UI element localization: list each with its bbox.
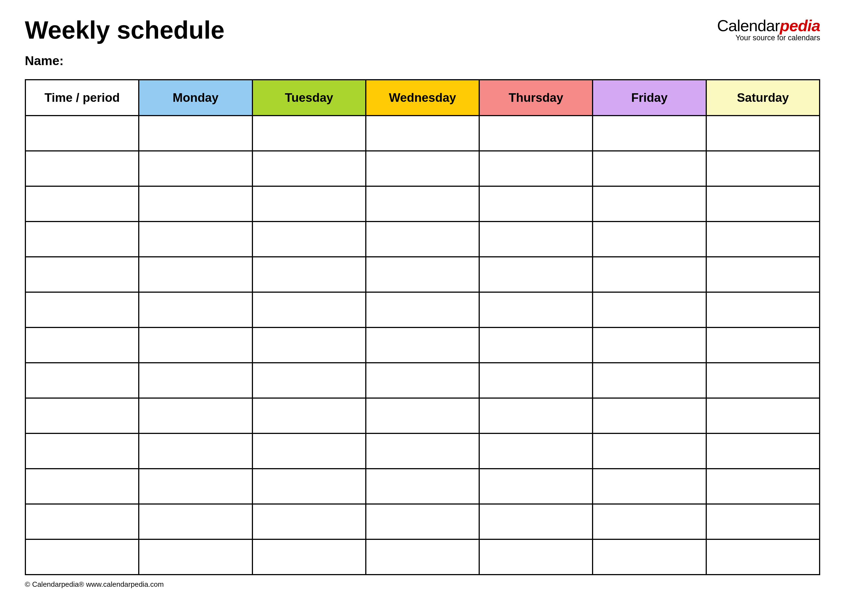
table-cell[interactable] bbox=[25, 292, 139, 327]
table-cell[interactable] bbox=[706, 539, 820, 575]
schedule-table: Time / periodMondayTuesdayWednesdayThurs… bbox=[25, 79, 820, 575]
table-cell[interactable] bbox=[25, 363, 139, 398]
table-cell[interactable] bbox=[366, 257, 479, 292]
table-cell[interactable] bbox=[366, 539, 479, 575]
table-cell[interactable] bbox=[479, 116, 593, 151]
table-cell[interactable] bbox=[593, 504, 706, 539]
table-cell[interactable] bbox=[25, 186, 139, 221]
table-cell[interactable] bbox=[593, 186, 706, 221]
table-cell[interactable] bbox=[252, 292, 366, 327]
table-cell[interactable] bbox=[706, 116, 820, 151]
table-cell[interactable] bbox=[706, 433, 820, 469]
column-header-tuesday: Tuesday bbox=[252, 80, 366, 116]
table-cell[interactable] bbox=[25, 221, 139, 257]
table-cell[interactable] bbox=[479, 469, 593, 504]
table-cell[interactable] bbox=[479, 186, 593, 221]
table-cell[interactable] bbox=[366, 433, 479, 469]
table-row bbox=[25, 292, 820, 327]
table-cell[interactable] bbox=[139, 151, 252, 186]
table-cell[interactable] bbox=[252, 539, 366, 575]
table-cell[interactable] bbox=[139, 398, 252, 433]
table-cell[interactable] bbox=[252, 151, 366, 186]
table-cell[interactable] bbox=[252, 504, 366, 539]
table-cell[interactable] bbox=[139, 504, 252, 539]
table-cell[interactable] bbox=[252, 469, 366, 504]
table-cell[interactable] bbox=[593, 398, 706, 433]
table-cell[interactable] bbox=[593, 292, 706, 327]
table-cell[interactable] bbox=[25, 504, 139, 539]
table-cell[interactable] bbox=[593, 327, 706, 363]
table-cell[interactable] bbox=[593, 433, 706, 469]
table-cell[interactable] bbox=[366, 221, 479, 257]
table-cell[interactable] bbox=[139, 116, 252, 151]
table-cell[interactable] bbox=[25, 433, 139, 469]
table-cell[interactable] bbox=[252, 257, 366, 292]
table-cell[interactable] bbox=[593, 363, 706, 398]
table-cell[interactable] bbox=[479, 363, 593, 398]
table-cell[interactable] bbox=[479, 539, 593, 575]
column-header-friday: Friday bbox=[593, 80, 706, 116]
table-cell[interactable] bbox=[139, 257, 252, 292]
table-cell[interactable] bbox=[479, 398, 593, 433]
table-cell[interactable] bbox=[25, 257, 139, 292]
table-cell[interactable] bbox=[706, 504, 820, 539]
table-cell[interactable] bbox=[366, 292, 479, 327]
table-cell[interactable] bbox=[252, 186, 366, 221]
table-cell[interactable] bbox=[139, 186, 252, 221]
table-cell[interactable] bbox=[706, 327, 820, 363]
table-cell[interactable] bbox=[139, 539, 252, 575]
table-row bbox=[25, 469, 820, 504]
table-cell[interactable] bbox=[139, 327, 252, 363]
column-header-time-period: Time / period bbox=[25, 80, 139, 116]
table-cell[interactable] bbox=[706, 292, 820, 327]
table-cell[interactable] bbox=[25, 116, 139, 151]
table-cell[interactable] bbox=[252, 116, 366, 151]
table-cell[interactable] bbox=[593, 539, 706, 575]
table-cell[interactable] bbox=[479, 433, 593, 469]
table-cell[interactable] bbox=[139, 292, 252, 327]
table-cell[interactable] bbox=[706, 186, 820, 221]
table-cell[interactable] bbox=[25, 398, 139, 433]
table-cell[interactable] bbox=[25, 539, 139, 575]
table-cell[interactable] bbox=[593, 116, 706, 151]
table-cell[interactable] bbox=[139, 433, 252, 469]
table-cell[interactable] bbox=[366, 398, 479, 433]
table-cell[interactable] bbox=[252, 221, 366, 257]
table-cell[interactable] bbox=[706, 469, 820, 504]
table-cell[interactable] bbox=[479, 292, 593, 327]
table-cell[interactable] bbox=[25, 327, 139, 363]
table-cell[interactable] bbox=[479, 221, 593, 257]
table-cell[interactable] bbox=[593, 469, 706, 504]
table-cell[interactable] bbox=[366, 469, 479, 504]
table-cell[interactable] bbox=[706, 257, 820, 292]
table-cell[interactable] bbox=[252, 327, 366, 363]
table-cell[interactable] bbox=[252, 433, 366, 469]
table-cell[interactable] bbox=[706, 151, 820, 186]
table-cell[interactable] bbox=[479, 504, 593, 539]
table-cell[interactable] bbox=[479, 151, 593, 186]
table-cell[interactable] bbox=[706, 221, 820, 257]
table-cell[interactable] bbox=[706, 398, 820, 433]
table-cell[interactable] bbox=[139, 363, 252, 398]
table-cell[interactable] bbox=[252, 398, 366, 433]
table-cell[interactable] bbox=[479, 327, 593, 363]
table-cell[interactable] bbox=[25, 469, 139, 504]
table-cell[interactable] bbox=[25, 151, 139, 186]
table-cell[interactable] bbox=[139, 221, 252, 257]
table-cell[interactable] bbox=[366, 504, 479, 539]
table-cell[interactable] bbox=[139, 469, 252, 504]
table-cell[interactable] bbox=[366, 116, 479, 151]
schedule-table-head: Time / periodMondayTuesdayWednesdayThurs… bbox=[25, 80, 820, 116]
table-cell[interactable] bbox=[366, 363, 479, 398]
table-cell[interactable] bbox=[366, 151, 479, 186]
brand-logo: Calendarpedia Your source for calendars bbox=[717, 16, 820, 42]
table-cell[interactable] bbox=[593, 257, 706, 292]
table-cell[interactable] bbox=[366, 327, 479, 363]
table-cell[interactable] bbox=[252, 363, 366, 398]
table-cell[interactable] bbox=[593, 151, 706, 186]
table-cell[interactable] bbox=[593, 221, 706, 257]
table-cell[interactable] bbox=[706, 363, 820, 398]
table-cell[interactable] bbox=[479, 257, 593, 292]
table-cell[interactable] bbox=[366, 186, 479, 221]
table-row bbox=[25, 433, 820, 469]
